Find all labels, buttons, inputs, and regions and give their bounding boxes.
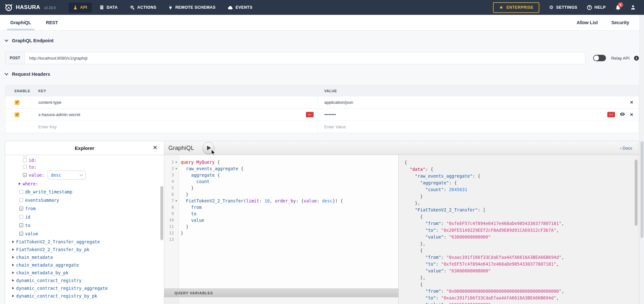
gear-icon: ⚙ (549, 5, 554, 10)
line-number: 10 (164, 217, 174, 223)
field-label: eventsSummary (25, 198, 59, 203)
nav-item-data[interactable]: DATA (95, 3, 122, 12)
field-label: value (25, 231, 38, 236)
checkbox-icon[interactable]: ✓ (19, 223, 23, 227)
checkbox-icon[interactable] (23, 165, 27, 169)
tab-graphiql[interactable]: GraphiQL (10, 15, 31, 30)
value-cell: application/json✕ (318, 96, 639, 108)
fold-icon[interactable]: ▼ (174, 159, 179, 165)
close-icon[interactable]: ✕ (153, 145, 157, 151)
results-scrollbar[interactable] (635, 157, 638, 302)
explorer-collection-dynamic_contract_registry[interactable]: dynamic_contract_registry (12, 277, 159, 284)
code-line: 11 } (164, 223, 398, 230)
checkbox-icon[interactable] (19, 190, 23, 194)
result-line: } (404, 193, 639, 200)
relay-api-toggle[interactable] (593, 55, 606, 61)
collection-label: FiatTokenV2_2_Transfer_by_pk (16, 247, 90, 252)
explorer-field-from[interactable]: ✓from (19, 204, 159, 213)
code-line: 4 count (164, 178, 398, 185)
query-variables-header[interactable]: QUERY VARIABLES (164, 289, 398, 297)
checkbox-icon[interactable] (23, 158, 27, 162)
explorer-collection-chain_metadata_by_pk[interactable]: chain_metadata_by_pk (12, 269, 159, 277)
explorer-arg-to[interactable]: to: (23, 163, 159, 170)
fold-icon[interactable]: ▼ (174, 165, 179, 172)
checkbox-icon[interactable]: ✓ (19, 207, 23, 211)
result-line: "from": "0xfeEF57c4f894e6417e468aDe98543… (404, 220, 639, 227)
explorer-collection-FiatTokenV2_2_Transfer_aggregate[interactable]: FiatTokenV2_2_Transfer_aggregate (12, 238, 159, 246)
new-header-row (5, 121, 639, 133)
code-line: 2▼ raw_events_aggregate { (164, 165, 398, 172)
info-icon[interactable]: i (634, 56, 639, 61)
arg-label: where: (23, 181, 38, 186)
query-variables-label: QUERY VARIABLES (175, 291, 213, 295)
new-header-value-input[interactable] (324, 124, 607, 129)
fold-icon (174, 217, 179, 223)
fold-icon[interactable]: ▼ (174, 198, 179, 204)
query-editor[interactable]: 1▼query MyQuery {2▼ raw_events_aggregate… (164, 155, 398, 289)
explorer-collection-chain_metadata[interactable]: chain_metadata (12, 253, 159, 261)
explorer-collection-dynamic_contract_registry_aggregate[interactable]: dynamic_contract_registry_aggregate (12, 284, 159, 292)
code-line: 7▼ FiatTokenV2_2_Transfer(limit: 10, ord… (164, 198, 398, 204)
checkbox-icon[interactable]: ✓ (19, 232, 23, 236)
nav-items: APIDATAACTIONSREMOTE SCHEMASEVENTS (69, 0, 257, 15)
nav-item-actions[interactable]: ACTIONS (125, 3, 161, 13)
graphql-endpoint-section-header[interactable]: GraphQL Endpoint (5, 38, 53, 43)
variables-gutter (164, 297, 179, 304)
nav-item-events[interactable]: EVENTS (223, 3, 257, 12)
explorer-arg-id[interactable]: id: (23, 157, 159, 163)
result-line: "to": "0x20FE51A9229EEf2cF8Ad9E89d91CAb9… (404, 227, 639, 234)
explorer-collection-dynamic_contract_registry_by_pk[interactable]: dynamic_contract_registry_by_pk (12, 292, 159, 300)
explorer-scrollbar[interactable] (160, 155, 163, 304)
explorer-field-to[interactable]: ✓to (19, 221, 159, 230)
code-line: 1▼query MyQuery { (164, 159, 398, 165)
eye-icon[interactable] (620, 112, 625, 117)
nav-item-api[interactable]: API (69, 3, 92, 13)
nav-item-remote-schemas[interactable]: REMOTE SCHEMAS (164, 3, 220, 13)
request-headers-section-header[interactable]: Request Headers (5, 72, 50, 77)
result-line: "to": "0xfeEF57c4f894e6417e468aDe9854330… (404, 261, 639, 268)
explorer-field-db_write_timestamp[interactable]: db_write_timestamp (19, 188, 159, 196)
fold-icon (174, 191, 179, 198)
result-line: "raw_events_aggregate": { (404, 173, 639, 180)
new-header-key-input[interactable] (38, 124, 289, 129)
settings-button[interactable]: ⚙ SETTINGS (549, 5, 577, 10)
endpoint-url-input[interactable] (25, 52, 585, 64)
sort-direction-select[interactable]: desc (48, 171, 86, 180)
help-button[interactable]: ? HELP (587, 5, 606, 10)
hasura-brand[interactable]: HASURA v2.23.0 (0, 3, 60, 12)
explorer-field-id[interactable]: id (19, 213, 159, 221)
notifications-button[interactable]: 8 (615, 5, 621, 10)
nav-item-label: REMOTE SCHEMAS (175, 5, 215, 10)
remove-header-button[interactable]: ✕ (630, 100, 633, 105)
page-scrollbar[interactable] (639, 15, 644, 304)
top-nav: HASURA v2.23.0 APIDATAACTIONSREMOTE SCHE… (0, 0, 644, 15)
remove-header-button[interactable]: ✕ (630, 112, 633, 117)
tab-security[interactable]: Security (611, 20, 629, 25)
checkbox-icon[interactable] (19, 215, 23, 219)
explorer-arg-where[interactable]: where: (19, 180, 159, 188)
code-text: } (179, 185, 194, 191)
explorer-field-eventsSummary[interactable]: eventsSummary (19, 196, 159, 204)
result-line: "value": "63000000000000" (404, 234, 639, 240)
explorer-collection-chain_metadata_aggregate[interactable]: chain_metadata_aggregate (12, 261, 159, 269)
tab-rest[interactable]: REST (46, 15, 58, 30)
docs-link[interactable]: ‹ Docs (620, 146, 635, 151)
checkbox-icon[interactable]: ✓ (23, 173, 27, 177)
explorer-arg-value[interactable]: ✓value:desc (23, 170, 159, 180)
tabbar-left: GraphiQLREST (10, 15, 73, 30)
explorer-field-value[interactable]: ✓value (19, 230, 159, 238)
results-json: { "data": { "raw_events_aggregate": { "a… (399, 155, 639, 304)
header-enabled-checkbox[interactable]: ✓ (15, 113, 19, 117)
query-variables-editor[interactable] (164, 297, 398, 304)
enterprise-button[interactable]: ★ ENTERPRISE (493, 2, 540, 13)
tab-allow-list[interactable]: Allow List (577, 20, 598, 25)
code-text: query MyQuery { (179, 159, 220, 165)
user-icon[interactable] (630, 5, 636, 10)
execute-query-button[interactable] (203, 142, 214, 154)
checkbox-icon[interactable] (19, 198, 23, 202)
column-header-key: KEY (33, 89, 318, 93)
http-method-badge: POST (5, 52, 25, 64)
enable-cell (5, 121, 33, 133)
header-enabled-checkbox[interactable]: ✓ (15, 100, 19, 105)
explorer-collection-FiatTokenV2_2_Transfer_by_pk[interactable]: FiatTokenV2_2_Transfer_by_pk (12, 246, 159, 253)
